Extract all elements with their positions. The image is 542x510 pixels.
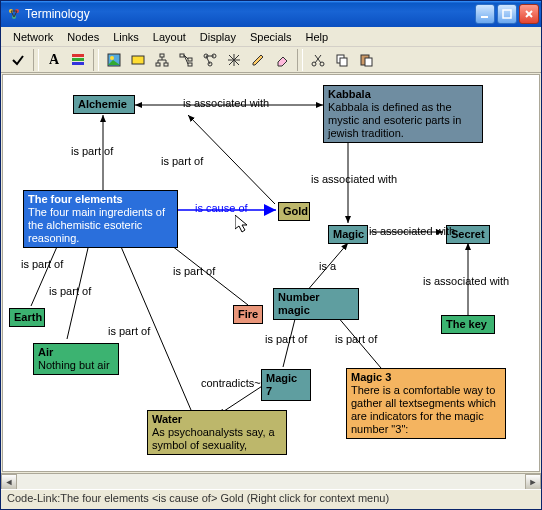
node-water[interactable]: WaterAs psychoanalysts say, a symbol of … — [147, 410, 287, 455]
svg-rect-46 — [365, 58, 372, 66]
toolbar: A — [1, 47, 541, 73]
edge-label: is associated with — [423, 275, 509, 287]
node-title: Magic 7 — [266, 372, 297, 397]
menu-layout[interactable]: Layout — [147, 29, 192, 45]
edge-label: is part of — [265, 333, 307, 345]
edge-label: is part of — [21, 258, 63, 270]
maximize-button[interactable] — [497, 4, 517, 24]
minimize-button[interactable] — [475, 4, 495, 24]
node-title: Secret — [451, 228, 485, 240]
node-title: The four elements — [28, 193, 123, 205]
svg-rect-6 — [481, 16, 488, 18]
status-text: Code-Link:The four elements <is cause of… — [7, 492, 389, 504]
menu-nodes[interactable]: Nodes — [61, 29, 105, 45]
titlebar[interactable]: Terminology — [1, 1, 541, 27]
node-number-magic[interactable]: Number magic — [273, 288, 359, 320]
node-magic[interactable]: Magic — [328, 225, 368, 244]
edge-label: contradicts~ — [201, 377, 261, 389]
picture-icon[interactable] — [103, 49, 125, 71]
svg-rect-7 — [503, 10, 511, 18]
svg-rect-25 — [188, 63, 192, 66]
node-title: Kabbala — [328, 88, 371, 100]
svg-rect-18 — [164, 63, 168, 66]
edge-label: is a — [319, 260, 336, 272]
node-magic3[interactable]: Magic 3There is a comfortable way to gat… — [346, 368, 506, 439]
menu-specials[interactable]: Specials — [244, 29, 298, 45]
statusbar: Code-Link:The four elements <is cause of… — [1, 489, 541, 509]
app-window: Terminology Network Nodes Links Layout D… — [0, 0, 542, 510]
copy-icon[interactable] — [331, 49, 353, 71]
note-icon[interactable] — [127, 49, 149, 71]
hierarchy-icon[interactable] — [151, 49, 173, 71]
scroll-right-button[interactable]: ► — [525, 474, 541, 490]
node-desc: As psychoanalysts say, a symbol of sexua… — [152, 426, 275, 451]
node-title: Magic 3 — [351, 371, 391, 383]
svg-rect-24 — [188, 58, 192, 61]
edge-label: is part of — [161, 155, 203, 167]
svg-rect-10 — [72, 54, 84, 57]
burst-icon[interactable] — [223, 49, 245, 71]
node-desc: Kabbala is defined as the mystic and eso… — [328, 101, 461, 139]
node-magic7[interactable]: Magic 7 — [261, 369, 311, 401]
menu-help[interactable]: Help — [300, 29, 335, 45]
node-earth[interactable]: Earth — [9, 308, 45, 327]
pencil-icon[interactable] — [247, 49, 269, 71]
node-desc: The four main ingredients of the alchemi… — [28, 206, 165, 244]
color-icon[interactable] — [67, 49, 89, 71]
node-gold[interactable]: Gold — [278, 202, 310, 221]
scrollbar-horizontal[interactable]: ◄ ► — [1, 473, 541, 489]
svg-point-41 — [312, 62, 316, 66]
scroll-track[interactable] — [17, 474, 525, 489]
node-desc: Nothing but air — [38, 359, 110, 371]
node-fire[interactable]: Fire — [233, 305, 263, 324]
edge-label: is associated with — [311, 173, 397, 185]
node-title: Magic — [333, 228, 364, 240]
svg-rect-11 — [72, 58, 84, 61]
edge-label-assoc: is associated with — [369, 225, 455, 237]
node-title: Earth — [14, 311, 42, 323]
edge-label: is cause of — [195, 202, 248, 214]
eraser-icon[interactable] — [271, 49, 293, 71]
svg-rect-17 — [156, 63, 160, 66]
node-title: Gold — [283, 205, 308, 217]
node-four-elements[interactable]: The four elementsThe four main ingredien… — [23, 190, 178, 248]
node-the-key[interactable]: The key — [441, 315, 495, 334]
svg-point-14 — [110, 56, 114, 60]
menu-display[interactable]: Display — [194, 29, 242, 45]
app-icon — [7, 7, 21, 21]
node-alchemie[interactable]: Alchemie — [73, 95, 135, 114]
cut-icon[interactable] — [307, 49, 329, 71]
menu-links[interactable]: Links — [107, 29, 145, 45]
svg-rect-23 — [180, 54, 184, 57]
edge-label: is part of — [71, 145, 113, 157]
canvas[interactable]: Alchemie KabbalaKabbala is defined as th… — [2, 74, 540, 472]
window-title: Terminology — [25, 7, 475, 21]
paste-icon[interactable] — [355, 49, 377, 71]
scroll-left-button[interactable]: ◄ — [1, 474, 17, 490]
node-desc: There is a comfortable way to gather all… — [351, 384, 496, 435]
svg-rect-12 — [72, 62, 84, 65]
close-button[interactable] — [519, 4, 539, 24]
text-icon[interactable]: A — [43, 49, 65, 71]
network-icon[interactable] — [199, 49, 221, 71]
svg-marker-37 — [253, 55, 263, 65]
node-title: The key — [446, 318, 487, 330]
edge-label: is associated with — [183, 97, 269, 109]
node-title: Water — [152, 413, 182, 425]
node-title: Alchemie — [78, 98, 127, 110]
node-title: Air — [38, 346, 53, 358]
check-icon[interactable] — [7, 49, 29, 71]
node-title: Number magic — [278, 291, 320, 316]
edge-label: is part of — [335, 333, 377, 345]
svg-rect-44 — [340, 58, 347, 66]
edge-label: is part of — [108, 325, 150, 337]
tree-icon[interactable] — [175, 49, 197, 71]
node-kabbala[interactable]: KabbalaKabbala is defined as the mystic … — [323, 85, 483, 143]
svg-point-42 — [320, 62, 324, 66]
menu-network[interactable]: Network — [7, 29, 59, 45]
svg-rect-15 — [132, 56, 144, 64]
edge-label: is part of — [173, 265, 215, 277]
edge-label: is part of — [49, 285, 91, 297]
node-title: Fire — [238, 308, 258, 320]
node-air[interactable]: AirNothing but air — [33, 343, 119, 375]
